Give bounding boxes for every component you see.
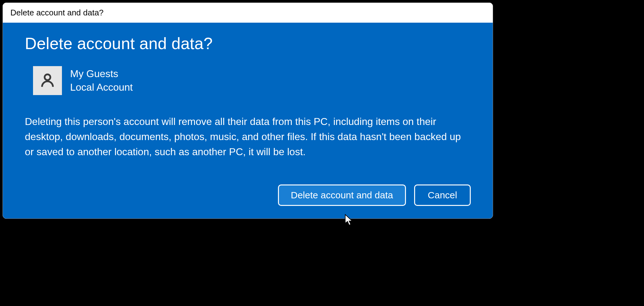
account-type: Local Account bbox=[70, 81, 133, 94]
account-info-row: My Guests Local Account bbox=[33, 66, 471, 95]
titlebar-text: Delete account and data? bbox=[10, 8, 103, 17]
cancel-button[interactable]: Cancel bbox=[414, 184, 471, 206]
warning-text: Deleting this person's account will remo… bbox=[25, 114, 471, 159]
account-text: My Guests Local Account bbox=[70, 67, 133, 94]
delete-account-button[interactable]: Delete account and data bbox=[278, 184, 406, 206]
user-icon bbox=[39, 72, 56, 89]
dialog-content: Delete account and data? My Guests Local… bbox=[3, 23, 493, 218]
avatar bbox=[33, 66, 62, 95]
delete-account-dialog: Delete account and data? Delete account … bbox=[3, 3, 493, 219]
dialog-titlebar: Delete account and data? bbox=[3, 3, 493, 23]
dialog-heading: Delete account and data? bbox=[25, 34, 471, 53]
account-name: My Guests bbox=[70, 67, 133, 81]
svg-point-0 bbox=[45, 74, 50, 80]
button-row: Delete account and data Cancel bbox=[25, 184, 471, 206]
